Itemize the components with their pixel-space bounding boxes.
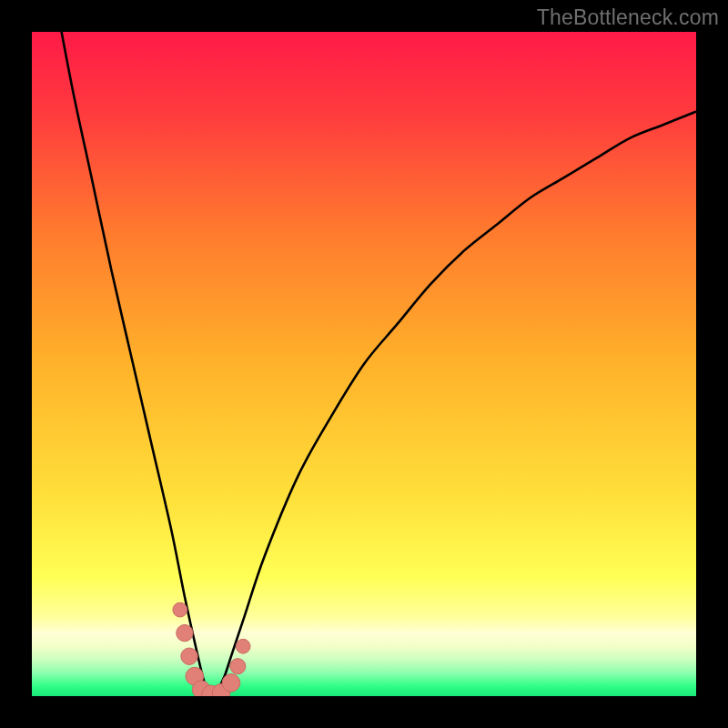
curve-marker bbox=[173, 602, 187, 617]
curve-marker bbox=[177, 624, 193, 641]
curve-marker bbox=[181, 648, 197, 664]
bottleneck-curve bbox=[32, 32, 696, 696]
watermark-text: TheBottleneck.com bbox=[537, 5, 719, 30]
curve-marker bbox=[236, 639, 250, 653]
curve-marker bbox=[230, 659, 246, 674]
curve-marker bbox=[222, 674, 240, 693]
marker-group bbox=[173, 602, 250, 696]
chart-frame: TheBottleneck.com bbox=[0, 0, 728, 728]
plot-area bbox=[32, 32, 696, 696]
curve-path bbox=[32, 32, 696, 696]
